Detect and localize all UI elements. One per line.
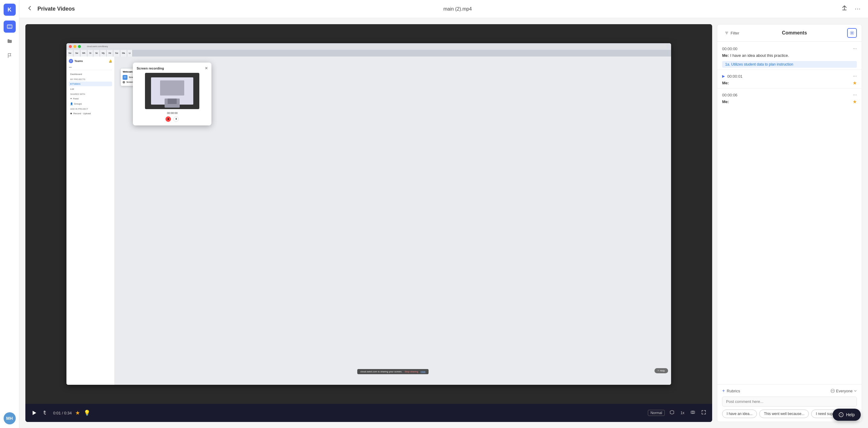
svg-rect-4 [9,25,10,26]
address-bar: cloud.swivl.com/library [85,45,666,48]
preview-mini [160,80,184,95]
comment-divider-2 [717,88,862,89]
header-actions: ··· [840,4,862,14]
theater-mode-button[interactable] [689,409,696,417]
browser-maximize-dot [78,45,81,48]
playback-mode-button[interactable] [669,409,676,417]
svg-rect-2 [7,27,12,28]
svg-marker-11 [33,411,36,415]
comment-more-3[interactable]: ··· [853,92,857,97]
preview-nested [164,98,180,108]
comment-author-1: Me: [722,53,729,58]
svg-rect-7 [9,28,10,28]
browser-minimize-dot [73,45,76,48]
audience-selector[interactable]: Everyone [831,389,857,393]
browser-content: Teams 🔔 — Dashboard MY PROJECTS ● Folder… [66,57,671,385]
rec-stop-btn[interactable]: ■ [165,116,171,122]
svg-rect-3 [8,25,8,26]
comment-row-3: Me: ★ [717,98,862,105]
comment-play-btn-2[interactable]: ▶ [722,74,725,78]
comment-star-3[interactable]: ★ [852,99,857,105]
video-section: cloud.swivl.com/library Sw Sw Wh Gi Se M… [25,24,712,422]
help-btn-overlay[interactable]: ? Help [654,368,668,373]
svg-rect-8 [10,28,11,28]
user-avatar[interactable]: MH [4,412,16,424]
browser-main: Webcam recording Screen recording [115,57,671,385]
help-fab[interactable]: ? Help [833,409,861,421]
browser-sidebar: Teams 🔔 — Dashboard MY PROJECTS ● Folder… [66,57,115,385]
rewind-button[interactable]: 5 [42,409,50,417]
share-button[interactable] [840,4,849,14]
svg-rect-10 [124,77,126,78]
comment-more-1[interactable]: ··· [853,46,857,51]
screen-rec-icon [123,75,127,80]
webcam-dot-icon [123,81,125,83]
star-button[interactable]: ★ [75,409,80,416]
svg-marker-13 [670,410,674,414]
brand-icon [69,59,73,63]
svg-point-21 [832,391,832,391]
dialog-close[interactable]: ✕ [205,66,208,70]
svg-text:?: ? [840,413,842,417]
svg-text:5: 5 [45,412,46,414]
comment-more-2[interactable]: ··· [853,74,857,79]
stop-sharing-btn[interactable]: Stop sharing [405,370,418,373]
comments-settings-button[interactable] [847,28,857,38]
comments-header: Filter Comments [717,25,862,42]
section-title: Private Videos [37,6,75,12]
browser-tab-8: Sw [113,50,120,57]
more-options-button[interactable]: ··· [854,4,862,14]
sidebar-item-record: ⏺ Record · Upload [69,111,112,116]
browser-chrome-bar: cloud.swivl.com/library [66,43,671,50]
comment-timestamp-row-3: 00:00:06 ··· [717,90,862,98]
brand-label: Teams [74,60,83,63]
video-time: 0:01 / 0:34 [53,411,71,415]
browser-tab-6: My [100,50,106,57]
fullscreen-button[interactable] [700,409,707,417]
browser-tab-1: Sw [66,50,73,57]
video-controls: 5 0:01 / 0:34 ★ 💡 Normal [25,404,712,422]
sidebar-item-films[interactable] [4,21,16,33]
chip-went-well[interactable]: This went well because... [759,409,809,418]
comment-time-1: 00:00:00 [722,47,738,51]
svg-rect-15 [692,411,693,413]
bulb-button[interactable]: 💡 [84,409,90,416]
post-comment-input[interactable] [722,397,857,406]
speed-selector[interactable]: Normal [648,410,665,416]
app-logo[interactable]: K [4,4,16,16]
chip-have-idea[interactable]: I have an idea... [722,409,757,418]
comment-star-2[interactable]: ★ [852,80,857,86]
sidebar-item-flag[interactable] [4,50,16,62]
sidebar-item-groups: 👤 Groups [69,102,112,106]
comment-text-1: I have an idea about this practice. [730,53,789,58]
speed-1x-button[interactable]: 1x [679,409,686,416]
browser-sidebar-brand: Teams 🔔 [69,59,112,63]
comment-row-2: Me: ★ [717,80,862,86]
browser-tab-5: Se [93,50,100,57]
sidebar-shared-with: SHARED WITH [69,92,112,96]
svg-rect-5 [10,25,11,26]
filter-button[interactable]: Filter [722,30,742,36]
sidebar-add-project: ADD IN PROJECT [69,107,112,111]
comment-author-2: Me: [722,81,729,85]
svg-rect-1 [7,26,12,26]
video-screen: cloud.swivl.com/library Sw Sw Wh Gi Se M… [25,24,712,404]
dialog-title: Screen recording ✕ [136,66,208,70]
sidebar-item-feed: ✦ Feed [69,96,112,101]
rubrics-button[interactable]: + Rubrics [722,388,740,394]
svg-point-23 [833,391,834,391]
comments-list: 00:00:00 ··· Me: I have an idea about th… [717,42,862,384]
hide-btn[interactable]: Hide [421,370,426,373]
screen-preview [145,73,199,109]
back-button[interactable] [25,4,34,14]
sidebar: K MH [0,0,19,428]
comment-body-1: Me: I have an idea about this practice. [717,52,862,60]
sidebar-my-projects: MY PROJECTS [69,77,112,82]
comment-tag-1: 1a. Utilizes student data to plan instru… [722,61,857,68]
comment-timestamp-row-1: 00:00:00 ··· [717,44,862,52]
rec-pause-btn[interactable]: ⏸ [173,116,179,122]
sidebar-item-folder[interactable] [4,35,16,47]
screen-preview-inner [151,77,193,105]
video-filename: main (2).mp4 [443,6,472,11]
play-pause-button[interactable] [30,409,38,417]
